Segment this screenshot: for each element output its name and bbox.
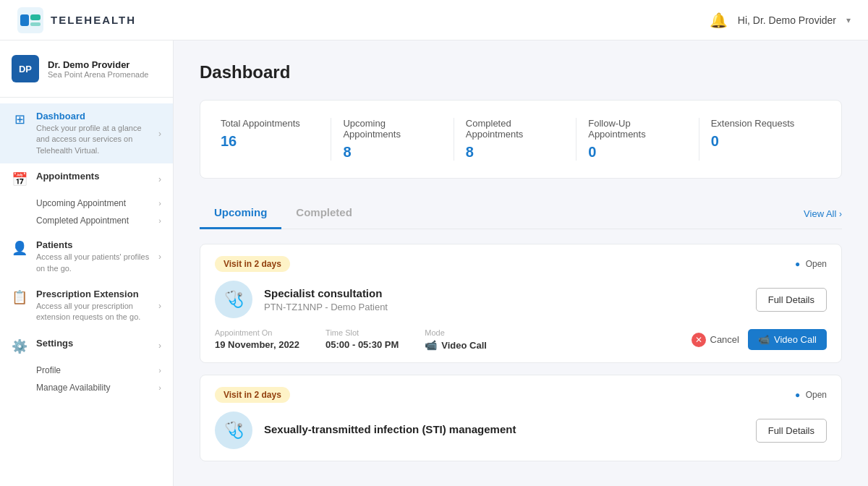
appt-bottom-actions-1: ✕ Cancel 📹 Video Call <box>692 328 827 351</box>
logo: TELEHEALTH <box>17 7 136 33</box>
logo-icon <box>17 7 43 33</box>
top-navigation: TELEHEALTH 🔔 Hi, Dr. Demo Provider ▾ <box>0 0 868 40</box>
cancel-circle-icon: ✕ <box>692 333 706 347</box>
visit-badge-1: Visit in 2 days <box>215 256 290 272</box>
appt-time-group: Time Slot 05:00 - 05:30 PM <box>326 328 399 351</box>
stat-extension-value: 0 <box>711 133 809 150</box>
appt-actions-2: Full Details <box>756 419 827 443</box>
patients-icon: 👤 <box>12 240 27 256</box>
main-content: Dashboard Total Appointments 16 Upcoming… <box>174 40 868 486</box>
appt-info-2: Sexually-transmitted infection (STI) man… <box>264 423 744 438</box>
appt-date-group: Appointment On 19 November, 2022 <box>215 328 299 351</box>
status-label-2: Open <box>806 390 827 400</box>
settings-arrow-icon: › <box>158 341 161 351</box>
stat-upcoming-value: 8 <box>343 144 441 161</box>
appointment-card-1: Visit in 2 days ● Open 🩺 Specialist cons… <box>200 244 842 363</box>
appt-details-row-1: Appointment On 19 November, 2022 Time Sl… <box>215 328 827 351</box>
user-greeting: Hi, Dr. Demo Provider <box>738 14 836 26</box>
upcoming-appointment-subitem[interactable]: Upcoming Appointment › <box>36 195 161 212</box>
appt-date-value: 19 November, 2022 <box>215 339 299 350</box>
video-call-icon: 📹 <box>758 334 770 345</box>
manage-availability-label: Manage Availability <box>36 383 111 393</box>
video-call-label: Video Call <box>774 334 817 345</box>
profile-subitem-label: Profile <box>36 365 61 375</box>
profile-name: Dr. Demo Provider <box>48 59 148 70</box>
dashboard-icon: ⊞ <box>12 111 27 127</box>
appt-card-body-1: 🩺 Specialist consultation PTN-TZ1NNP - D… <box>215 281 827 318</box>
appt-info-1: Specialist consultation PTN-TZ1NNP - Dem… <box>264 287 744 312</box>
profile-arrow-icon: › <box>158 366 161 375</box>
stat-completed-value: 8 <box>466 144 564 161</box>
patients-arrow-icon: › <box>158 252 161 262</box>
prescription-desc: Access all your prescription extension r… <box>36 301 150 323</box>
patients-desc: Access all your patients' profiles on th… <box>36 252 150 274</box>
avatar: DP <box>12 55 39 82</box>
settings-icon: ⚙️ <box>12 338 27 354</box>
svg-rect-3 <box>30 22 41 26</box>
open-dot-icon-1: ● <box>795 259 800 269</box>
full-details-button-1[interactable]: Full Details <box>756 288 827 312</box>
completed-arrow-icon: › <box>158 216 161 225</box>
patients-label: Patients <box>36 239 150 250</box>
stat-total-label: Total Appointments <box>221 118 319 129</box>
prescription-label: Prescription Extension <box>36 289 150 299</box>
sidebar-item-settings[interactable]: ⚙️ Settings › <box>0 331 173 362</box>
appt-card-top-1: Visit in 2 days ● Open <box>215 256 827 272</box>
topnav-right: 🔔 Hi, Dr. Demo Provider ▾ <box>710 12 851 29</box>
tabs-row: Upcoming Completed View All › <box>200 199 842 229</box>
manage-availability-subitem[interactable]: Manage Availability › <box>36 379 161 396</box>
profile-info: Dr. Demo Provider Sea Point Arena Promen… <box>48 59 148 79</box>
full-details-button-2[interactable]: Full Details <box>756 419 827 443</box>
appointments-subitems: Upcoming Appointment › Completed Appoint… <box>0 195 173 232</box>
sidebar-profile: DP Dr. Demo Provider Sea Point Arena Pro… <box>0 40 173 98</box>
appt-date-label: Appointment On <box>215 328 299 337</box>
open-status-2: ● Open <box>795 390 827 400</box>
appt-type-icon-2: 🩺 <box>224 421 244 440</box>
stat-completed-appointments: Completed Appointments 8 <box>454 118 576 161</box>
appt-time-value: 05:00 - 05:30 PM <box>326 339 399 350</box>
appt-title-1: Specialist consultation <box>264 287 744 299</box>
page-title: Dashboard <box>200 62 842 82</box>
appointment-card-2: Visit in 2 days ● Open 🩺 Sexually-transm… <box>200 375 842 461</box>
stat-extension-requests: Extension Requests 0 <box>699 118 821 161</box>
dashboard-desc: Check your profile at a glance and acces… <box>36 123 150 156</box>
sidebar-item-dashboard[interactable]: ⊞ Dashboard Check your profile at a glan… <box>0 103 173 163</box>
appt-icon-2: 🩺 <box>215 412 252 449</box>
sidebar-item-appointments[interactable]: 📅 Appointments › <box>0 163 173 195</box>
open-status-1: ● Open <box>795 259 827 269</box>
app-name: TELEHEALTH <box>51 14 136 26</box>
svg-rect-1 <box>20 14 29 26</box>
completed-appointment-label: Completed Appointment <box>36 216 129 226</box>
video-call-button-1[interactable]: 📹 Video Call <box>748 329 827 350</box>
sidebar-item-patients[interactable]: 👤 Patients Access all your patients' pro… <box>0 232 173 281</box>
settings-subitems: Profile › Manage Availability › <box>0 362 173 399</box>
stat-total-value: 16 <box>221 133 319 150</box>
profile-location: Sea Point Arena Promenade <box>48 70 148 79</box>
completed-appointment-subitem[interactable]: Completed Appointment › <box>36 212 161 229</box>
cancel-label: Cancel <box>710 334 739 345</box>
notification-bell-icon[interactable]: 🔔 <box>710 12 728 29</box>
upcoming-arrow-icon: › <box>158 199 161 208</box>
stat-followup-value: 0 <box>588 144 686 161</box>
profile-subitem[interactable]: Profile › <box>36 362 161 379</box>
appt-card-top-2: Visit in 2 days ● Open <box>215 387 827 403</box>
tab-completed[interactable]: Completed <box>281 199 367 229</box>
chevron-down-icon[interactable]: ▾ <box>846 15 851 25</box>
stat-extension-label: Extension Requests <box>711 118 809 129</box>
tab-upcoming[interactable]: Upcoming <box>200 199 281 229</box>
video-icon: 📹 <box>425 339 437 351</box>
appt-mode-group: Mode 📹 Video Call <box>425 328 487 351</box>
upcoming-appointment-label: Upcoming Appointment <box>36 198 126 208</box>
status-label-1: Open <box>806 259 827 269</box>
appt-card-body-2: 🩺 Sexually-transmitted infection (STI) m… <box>215 412 827 449</box>
view-all-arrow-icon: › <box>839 209 842 219</box>
sidebar: DP Dr. Demo Provider Sea Point Arena Pro… <box>0 40 174 486</box>
appt-icon-1: 🩺 <box>215 281 252 318</box>
stat-followup-appointments: Follow-Up Appointments 0 <box>576 118 699 161</box>
open-dot-icon-2: ● <box>795 390 800 400</box>
view-all-link[interactable]: View All › <box>804 208 842 219</box>
cancel-button-1[interactable]: ✕ Cancel <box>692 333 739 347</box>
appointments-icon: 📅 <box>12 171 27 187</box>
appt-patient-1: PTN-TZ1NNP - Demo Patient <box>264 302 744 312</box>
sidebar-item-prescription[interactable]: 📋 Prescription Extension Access all your… <box>0 281 173 331</box>
